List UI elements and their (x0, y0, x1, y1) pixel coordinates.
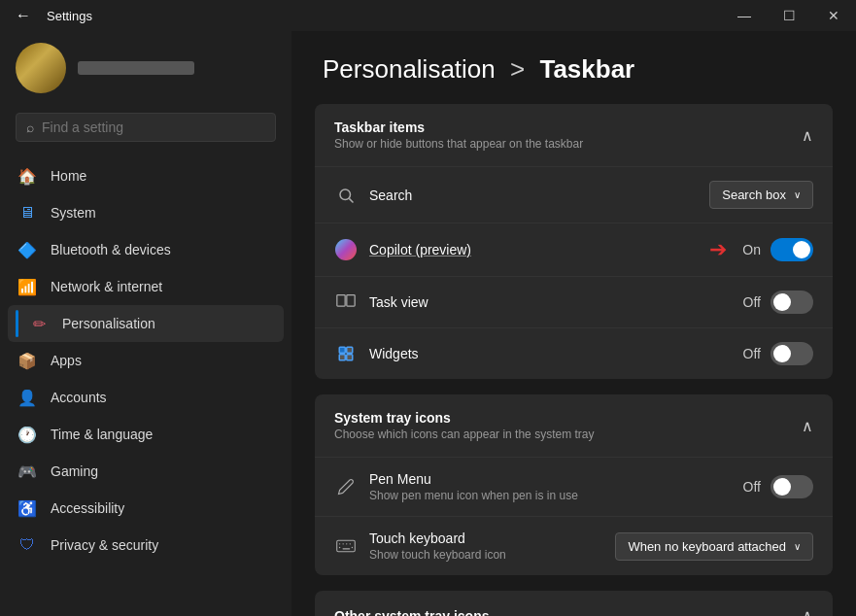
svg-rect-7 (347, 355, 353, 360)
svg-rect-2 (337, 295, 345, 307)
content-area: Personalisation > Taskbar Taskbar itemsS… (291, 31, 856, 616)
row-control-touch-keyboard: When no keyboard attached∨ (615, 532, 813, 561)
chevron-down-icon: ∨ (794, 189, 801, 200)
section-chevron-other-tray[interactable]: ∧ (802, 606, 813, 616)
nav-label-network: Network & internet (51, 279, 162, 294)
nav-label-accessibility: Accessibility (51, 500, 124, 516)
search-box[interactable]: ⌕ (16, 113, 276, 142)
red-arrow-copilot: ➔ (709, 237, 727, 262)
section-title: Other system tray icons (334, 608, 490, 617)
section-title-group: Taskbar itemsShow or hide buttons that a… (334, 120, 583, 151)
page-header: Personalisation > Taskbar (291, 31, 856, 104)
row-label-search: Search (369, 188, 698, 203)
nav-label-system: System (51, 205, 96, 221)
section-title-group: System tray iconsChoose which icons can … (334, 410, 594, 441)
nav-icon-gaming: 🎮 (17, 462, 37, 481)
nav-label-accounts: Accounts (51, 390, 107, 405)
breadcrumb-parent: Personalisation (323, 54, 496, 84)
row-control-copilot: On (742, 238, 813, 261)
row-label-pen-menu: Pen MenuShow pen menu icon when pen is i… (369, 471, 732, 502)
toggle-copilot[interactable] (770, 238, 813, 261)
chevron-down-icon: ∨ (794, 541, 801, 552)
close-button[interactable]: ✕ (811, 0, 856, 31)
section-title-group: Other system tray icons (334, 608, 490, 617)
svg-line-1 (349, 198, 353, 202)
row-icon-search (334, 184, 358, 207)
sidebar-item-privacy[interactable]: 🛡Privacy & security (8, 527, 284, 564)
row-label-taskview: Task view (369, 294, 732, 310)
toggle-status-copilot: On (742, 242, 761, 257)
row-control-search: Search box∨ (709, 181, 813, 209)
sidebar-item-bluetooth[interactable]: 🔷Bluetooth & devices (8, 231, 284, 268)
sections-container: Taskbar itemsShow or hide buttons that a… (291, 104, 856, 616)
sidebar: ⌕ 🏠Home🖥System🔷Bluetooth & devices📶Netwo… (0, 31, 291, 616)
setting-row-touch-keyboard: Touch keyboardShow touch keyboard iconWh… (315, 517, 833, 575)
minimize-button[interactable]: — (722, 0, 767, 31)
row-label-touch-keyboard: Touch keyboardShow touch keyboard icon (369, 530, 603, 562)
toggle-status-taskview: Off (743, 294, 761, 310)
row-label-copilot: Copilot (preview) (369, 242, 694, 257)
row-icon-widgets (334, 342, 358, 365)
svg-rect-6 (339, 355, 345, 360)
row-label-widgets: Widgets (369, 346, 732, 361)
toggle-status-pen-menu: Off (743, 479, 761, 495)
sidebar-item-personalisation[interactable]: ✏Personalisation (8, 305, 284, 342)
app-title: Settings (47, 9, 92, 23)
breadcrumb-current: Taskbar (539, 54, 634, 84)
svg-point-0 (340, 189, 351, 200)
section-title: Taskbar items (334, 120, 583, 135)
section-system-tray: System tray iconsChoose which icons can … (315, 394, 833, 575)
sidebar-item-system[interactable]: 🖥System (8, 194, 284, 231)
nav-icon-time: 🕐 (17, 425, 37, 444)
search-input[interactable] (42, 120, 265, 135)
nav-icon-network: 📶 (17, 277, 37, 296)
nav-label-bluetooth: Bluetooth & devices (51, 242, 171, 257)
toggle-status-widgets: Off (743, 346, 761, 361)
section-header-other-tray: Other system tray icons∧ (315, 591, 833, 616)
sidebar-item-gaming[interactable]: 🎮Gaming (8, 453, 284, 490)
setting-row-taskview: Task viewOff (315, 277, 833, 328)
toggle-widgets[interactable] (770, 342, 813, 365)
back-button[interactable]: ← (12, 3, 35, 28)
dropdown-search[interactable]: Search box∨ (709, 181, 813, 209)
section-subtitle: Show or hide buttons that appear on the … (334, 137, 583, 151)
toggle-pen-menu[interactable] (770, 475, 813, 498)
sidebar-item-network[interactable]: 📶Network & internet (8, 268, 284, 305)
section-chevron-taskbar-items[interactable]: ∧ (802, 126, 813, 145)
row-control-taskview: Off (743, 291, 813, 314)
nav-label-personalisation: Personalisation (62, 316, 155, 331)
toggle-taskview[interactable] (770, 291, 813, 314)
row-icon-touch-keyboard (334, 534, 358, 558)
breadcrumb: Personalisation > Taskbar (323, 54, 825, 85)
user-name (78, 61, 194, 75)
svg-rect-5 (347, 347, 353, 353)
nav-label-privacy: Privacy & security (51, 537, 158, 553)
svg-rect-3 (347, 295, 355, 307)
setting-row-copilot: Copilot (preview)➔On (315, 223, 833, 277)
sidebar-item-home[interactable]: 🏠Home (8, 157, 284, 194)
section-chevron-system-tray[interactable]: ∧ (802, 417, 813, 435)
nav-icon-accounts: 👤 (17, 388, 37, 407)
user-profile (0, 31, 291, 109)
row-sublabel-touch-keyboard: Show touch keyboard icon (369, 548, 603, 562)
sidebar-item-time[interactable]: 🕐Time & language (8, 416, 284, 453)
nav-icon-bluetooth: 🔷 (17, 240, 37, 259)
nav-list: 🏠Home🖥System🔷Bluetooth & devices📶Network… (0, 154, 291, 616)
nav-icon-home: 🏠 (17, 166, 37, 186)
sidebar-item-accessibility[interactable]: ♿Accessibility (8, 490, 284, 527)
titlebar: ← Settings — ☐ ✕ (0, 0, 856, 31)
breadcrumb-separator: > (510, 54, 525, 84)
svg-rect-4 (339, 347, 345, 353)
sidebar-item-accounts[interactable]: 👤Accounts (8, 379, 284, 416)
window-controls: — ☐ ✕ (722, 0, 856, 31)
nav-label-apps: Apps (51, 353, 82, 368)
dropdown-label-search: Search box (722, 188, 786, 202)
nav-icon-accessibility: ♿ (17, 498, 37, 518)
section-other-tray: Other system tray icons∧ (315, 591, 833, 616)
active-indicator (16, 310, 18, 337)
sidebar-item-apps[interactable]: 📦Apps (8, 342, 284, 379)
nav-icon-personalisation: ✏ (29, 314, 49, 333)
row-icon-pen-menu (334, 475, 358, 498)
restore-button[interactable]: ☐ (767, 0, 811, 31)
dropdown-touch-keyboard[interactable]: When no keyboard attached∨ (615, 532, 813, 561)
